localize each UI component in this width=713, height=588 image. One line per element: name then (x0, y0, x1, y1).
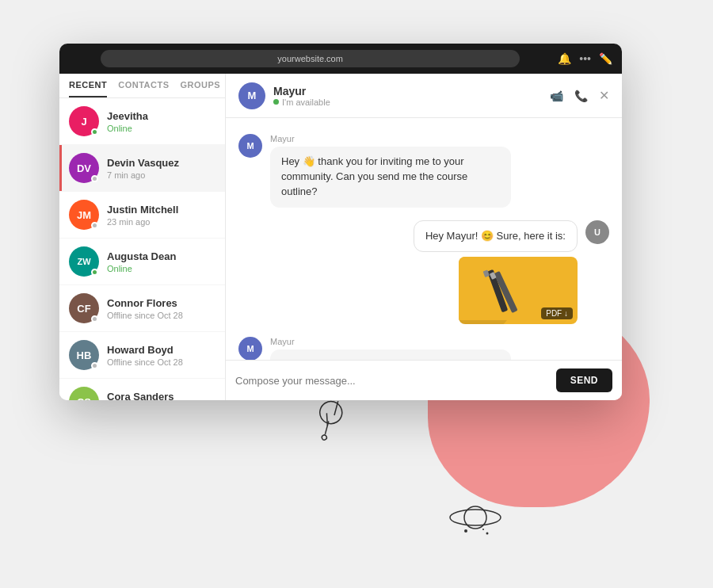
contact-list: J Jeevitha Online DV Devin Vasqu (59, 98, 225, 400)
message-bubble-3: Thank you. Can we call tomorrow? I can s… (270, 349, 511, 360)
contact-item-jeevitha[interactable]: J Jeevitha Online (59, 98, 225, 145)
more-icon[interactable]: ••• (579, 52, 591, 65)
url-text: yourwebsite.com (277, 54, 343, 63)
contact-name-justin: Justin Mitchell (107, 204, 215, 216)
browser-chrome: yourwebsite.com 🔔 ••• ✏️ (59, 44, 622, 74)
contact-name-jeevitha: Jeevitha (107, 110, 215, 122)
message-sender-3: Mayur (270, 337, 511, 346)
contact-status-howard: Offline since Oct 28 (107, 357, 215, 367)
contact-status-augusta: Online (107, 264, 215, 273)
avatar-cora: CS (69, 387, 99, 400)
avatar-wrapper-howard: HB (69, 340, 99, 370)
contact-item-connor[interactable]: CF Connor Flores Offline since Oct 28 (59, 285, 225, 332)
status-dot-jeevitha (91, 128, 98, 136)
contact-name-cora: Cora Sanders (107, 391, 215, 401)
contact-item-augusta[interactable]: ZW Augusta Dean Online (59, 239, 225, 285)
svg-point-0 (316, 397, 346, 427)
bell-icon[interactable]: 🔔 (558, 52, 571, 65)
contact-item-howard[interactable]: HB Howard Boyd Offline since Oct 28 (59, 332, 225, 379)
contact-info-cora: Cora Sanders Online (107, 391, 215, 401)
status-dot-justin (91, 222, 98, 229)
avatar-wrapper-augusta: ZW (69, 246, 99, 277)
contact-name-howard: Howard Boyd (107, 344, 215, 356)
contact-item-devin[interactable]: DV Devin Vasquez 7 min ago (59, 145, 225, 192)
app-container: RECENT CONTACTS GROUPS J Jeevitha Online (59, 74, 622, 400)
chat-header: M Mayur I'm available 📹 📞 ✕ (226, 74, 622, 118)
message-group-1: M Mayur Hey 👋 thank you for inviting me … (238, 134, 609, 208)
contact-status-jeevitha: Online (107, 124, 215, 133)
pdf-badge: PDF ↓ (541, 307, 573, 319)
contact-name-connor: Connor Flores (107, 297, 215, 309)
status-dot-augusta (91, 269, 98, 276)
chat-header-info: Mayur I'm available (273, 85, 550, 107)
tab-groups[interactable]: GROUPS (181, 80, 221, 97)
chat-status-text: I'm available (282, 97, 330, 107)
contact-info-augusta: Augusta Dean Online (107, 250, 215, 273)
message-group-3: M Mayur Thank you. Can we call tomorrow?… (238, 337, 609, 360)
contact-status-devin: 7 min ago (107, 170, 215, 180)
chat-contact-name: Mayur (273, 85, 550, 97)
contact-info-connor: Connor Flores Offline since Oct 28 (107, 297, 215, 320)
contact-info-devin: Devin Vasquez 7 min ago (107, 157, 215, 180)
svg-point-2 (321, 434, 327, 441)
avatar-wrapper-jeevitha: J (69, 106, 99, 136)
messages-area: M Mayur Hey 👋 thank you for inviting me … (226, 118, 622, 360)
bg-decoration-planet (444, 498, 507, 540)
edit-icon[interactable]: ✏️ (599, 52, 612, 65)
browser-window: yourwebsite.com 🔔 ••• ✏️ RECENT CONTACTS… (59, 44, 622, 400)
sidebar-tabs: RECENT CONTACTS GROUPS (59, 74, 225, 98)
contact-item-justin[interactable]: JM Justin Mitchell 23 min ago (59, 192, 225, 239)
message-bubble-2: Hey Mayur! 😊 Sure, here it is: (414, 220, 578, 253)
status-dot-connor (91, 315, 98, 323)
video-call-icon[interactable]: 📹 (550, 90, 563, 102)
compose-bar: SEND (226, 360, 622, 400)
close-icon[interactable]: ✕ (599, 88, 609, 103)
msg-avatar-mayur-1: M (238, 134, 262, 158)
contact-name-augusta: Augusta Dean (107, 250, 215, 262)
svg-point-6 (450, 510, 501, 525)
contact-status-justin: 23 min ago (107, 217, 215, 227)
phone-call-icon[interactable]: 📞 (574, 90, 588, 102)
compose-input[interactable] (235, 375, 548, 387)
send-button[interactable]: SEND (556, 368, 612, 392)
message-group-2: U Hey Mayur! 😊 Sure, here it is: (238, 220, 609, 325)
chat-contact-status: I'm available (273, 97, 550, 107)
msg-avatar-mayur-3: M (238, 337, 262, 360)
message-content-3: Mayur Thank you. Can we call tomorrow? I… (270, 337, 511, 360)
contact-name-devin: Devin Vasquez (107, 157, 215, 169)
contact-item-cora[interactable]: CS Cora Sanders Online (59, 379, 225, 400)
available-dot (273, 99, 279, 105)
tab-contacts[interactable]: CONTACTS (118, 80, 169, 97)
browser-action-icons: 🔔 ••• ✏️ (558, 52, 612, 65)
message-content-2: Hey Mayur! 😊 Sure, here it is: (414, 220, 578, 325)
url-bar[interactable]: yourwebsite.com (101, 50, 520, 67)
status-dot-devin (91, 175, 98, 182)
message-sender-1: Mayur (270, 134, 511, 143)
chat-header-avatar: M (238, 82, 265, 109)
message-bubble-1: Hey 👋 thank you for inviting me to your … (270, 147, 511, 208)
contact-info-justin: Justin Mitchell 23 min ago (107, 204, 215, 227)
contact-info-jeevitha: Jeevitha Online (107, 110, 215, 133)
sidebar: RECENT CONTACTS GROUPS J Jeevitha Online (59, 74, 226, 400)
avatar-wrapper-devin: DV (69, 153, 99, 183)
message-content-1: Mayur Hey 👋 thank you for inviting me to… (270, 134, 511, 208)
contact-status-connor: Offline since Oct 28 (107, 311, 215, 320)
contact-info-howard: Howard Boyd Offline since Oct 28 (107, 344, 215, 367)
chat-area: M Mayur I'm available 📹 📞 ✕ (226, 74, 622, 400)
avatar-wrapper-justin: JM (69, 200, 99, 230)
status-dot-howard (91, 362, 98, 369)
svg-point-7 (464, 529, 467, 533)
avatar-wrapper-cora: CS (69, 387, 99, 400)
avatar-wrapper-connor: CF (69, 293, 99, 323)
image-attachment: PDF ↓ (459, 257, 578, 324)
svg-point-9 (482, 529, 484, 530)
chat-header-actions: 📹 📞 ✕ (550, 88, 609, 103)
svg-point-8 (486, 533, 489, 535)
tab-recent[interactable]: RECENT (69, 80, 107, 97)
outgoing-avatar-2: U (585, 220, 609, 244)
